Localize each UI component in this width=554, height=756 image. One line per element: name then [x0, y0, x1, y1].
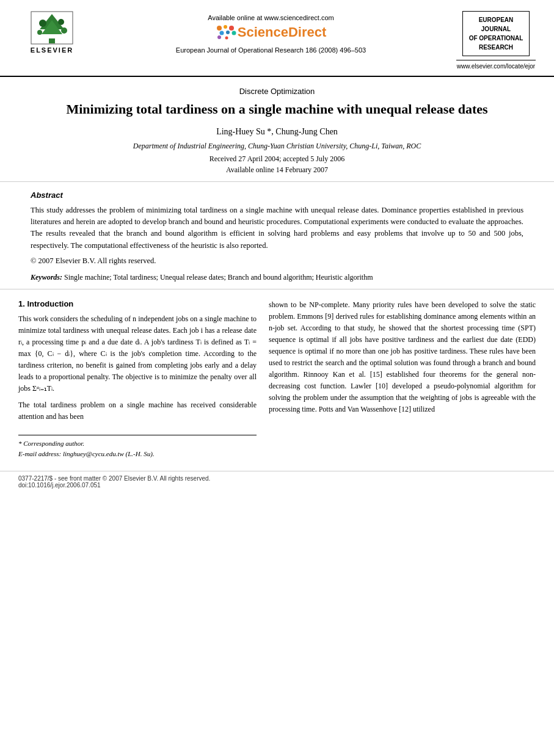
page: ELSEVIER Available online at www.science…	[0, 0, 554, 756]
ejor-box: EUROPEAN JOURNAL OF OPERATIONAL RESEARCH	[462, 11, 530, 56]
sd-direct: Direct	[288, 24, 326, 40]
right-column: shown to be NP-complete. Many priority r…	[269, 299, 536, 459]
left-column: 1. Introduction This work considers the …	[18, 299, 257, 459]
svg-point-11	[219, 31, 224, 35]
available-online-article: Available online 14 February 2007	[37, 165, 517, 175]
introduction-heading: 1. Introduction	[18, 299, 257, 308]
available-online-text: Available online at www.sciencedirect.co…	[208, 14, 333, 21]
abstract-section: Abstract This study addresses the proble…	[0, 182, 554, 290]
bottom-line1: 0377-2217/$ - see front matter © 2007 El…	[18, 475, 536, 482]
elsevier-logo: ELSEVIER	[18, 11, 86, 54]
svg-point-3	[39, 20, 46, 27]
affiliation: Department of Industrial Engineering, Ch…	[37, 142, 517, 151]
svg-point-6	[61, 27, 67, 34]
svg-point-9	[224, 25, 227, 29]
footnote-area: * Corresponding author. E-mail address: …	[18, 435, 257, 459]
svg-point-14	[217, 35, 221, 39]
elsevier-name: ELSEVIER	[31, 46, 73, 54]
abstract-title: Abstract	[31, 191, 523, 200]
elsevier-tree-icon	[31, 11, 73, 45]
keywords-text: Single machine; Total tardiness; Unequal…	[64, 273, 373, 282]
ejor-website: www.elsevier.com/locate/ejor	[456, 60, 536, 70]
journal-name: European Journal of Operational Research…	[176, 46, 366, 54]
svg-rect-0	[49, 38, 55, 43]
elsevier-logo-area: ELSEVIER	[18, 11, 86, 54]
article-title: Minimizing total tardiness on a single m…	[37, 101, 517, 118]
footnote2: E-mail address: linghuey@cycu.edu.tw (L.…	[18, 449, 257, 459]
ejor-line3: OF OPERATIONAL	[469, 35, 523, 42]
intro-para1: This work considers the scheduling of n …	[18, 313, 257, 394]
bottom-bar: 0377-2217/$ - see front matter © 2007 El…	[0, 471, 554, 492]
svg-point-15	[225, 37, 228, 40]
bottom-line2: doi:10.1016/j.ejor.2006.07.051	[18, 482, 536, 489]
svg-point-10	[229, 26, 234, 31]
header: ELSEVIER Available online at www.science…	[0, 0, 554, 77]
sciencedirect-dots-icon	[216, 24, 238, 40]
abstract-text: This study addresses the problem of mini…	[31, 205, 523, 252]
section-label: Discrete Optimization	[37, 87, 517, 96]
keywords-label: Keywords:	[31, 273, 62, 282]
svg-point-4	[58, 19, 64, 25]
copyright: © 2007 Elsevier B.V. All rights reserved…	[31, 255, 523, 267]
svg-point-8	[217, 26, 222, 31]
ejor-line4: RESEARCH	[479, 44, 513, 51]
footnote1: * Corresponding author.	[18, 438, 257, 449]
ejor-line1: EUROPEAN	[479, 16, 514, 23]
svg-point-5	[37, 30, 42, 35]
header-center: Available online at www.sciencedirect.co…	[86, 11, 456, 54]
svg-point-12	[226, 31, 230, 34]
sciencedirect-logo: ScienceDirect	[216, 24, 327, 40]
svg-point-13	[231, 31, 236, 35]
body-content: 1. Introduction This work considers the …	[0, 289, 554, 465]
ejor-line2: JOURNAL	[481, 26, 511, 32]
authors: Ling-Huey Su *, Chung-Jung Chen	[37, 127, 517, 137]
intro-para2: The total tardiness problem on a single …	[18, 399, 257, 423]
keywords-line: Keywords: Single machine; Total tardines…	[31, 272, 523, 283]
received-date: Received 27 April 2004; accepted 5 July …	[37, 154, 517, 164]
sd-science: Science	[238, 24, 288, 40]
right-para1: shown to be NP-complete. Many priority r…	[269, 299, 536, 415]
article-header: Discrete Optimization Minimizing total t…	[0, 77, 554, 182]
sciencedirect-title: ScienceDirect	[238, 24, 327, 40]
header-right: EUROPEAN JOURNAL OF OPERATIONAL RESEARCH…	[456, 11, 536, 70]
